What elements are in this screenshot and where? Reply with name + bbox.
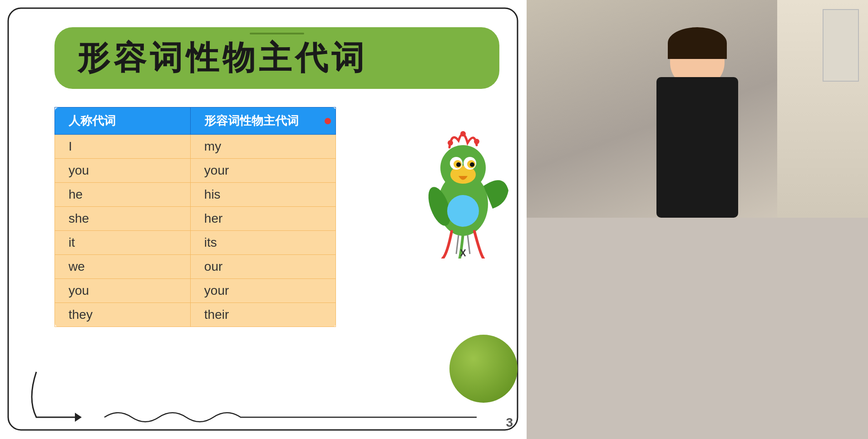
pronoun-cell: it bbox=[55, 231, 191, 255]
pronoun-cell: I bbox=[55, 135, 191, 159]
possessive-cell: their bbox=[190, 303, 335, 327]
pronoun-cell: we bbox=[55, 255, 191, 279]
svg-line-17 bbox=[468, 235, 470, 254]
title-banner: 形容词性物主代词 bbox=[54, 27, 499, 89]
col1-header: 人称代词 bbox=[55, 107, 191, 135]
teacher-silhouette bbox=[629, 27, 765, 218]
table-row: it its bbox=[55, 231, 336, 255]
table-body: I my you your he his she her it its we o… bbox=[55, 135, 336, 327]
slide-area: 形容词性物主代词 人称代词 形容词性物主代词 bbox=[0, 0, 527, 439]
svg-point-13 bbox=[474, 139, 479, 144]
pronoun-cell: she bbox=[55, 207, 191, 231]
possessive-cell: my bbox=[190, 135, 335, 159]
possessive-cell: its bbox=[190, 231, 335, 255]
video-bottom-area bbox=[527, 218, 868, 439]
teacher-video bbox=[527, 0, 868, 218]
possessive-cell: her bbox=[190, 207, 335, 231]
svg-point-9 bbox=[456, 162, 461, 167]
pronoun-cell: you bbox=[55, 159, 191, 183]
slide-title: 形容词性物主代词 bbox=[77, 39, 368, 76]
possessive-cell: our bbox=[190, 255, 335, 279]
pronoun-cell: you bbox=[55, 279, 191, 303]
svg-line-16 bbox=[456, 235, 459, 254]
pronoun-cell: they bbox=[55, 303, 191, 327]
page-number: 3 bbox=[506, 415, 513, 430]
possessive-cell: your bbox=[190, 279, 335, 303]
video-panel bbox=[527, 0, 868, 439]
table-row: I my bbox=[55, 135, 336, 159]
parrot-svg bbox=[413, 113, 513, 259]
svg-marker-1 bbox=[75, 413, 82, 422]
table-row: she her bbox=[55, 207, 336, 231]
svg-point-11 bbox=[448, 140, 453, 146]
possessive-cell: his bbox=[190, 183, 335, 207]
table-row: you your bbox=[55, 159, 336, 183]
pronoun-cell: he bbox=[55, 183, 191, 207]
svg-point-15 bbox=[447, 195, 479, 227]
table-row: you your bbox=[55, 279, 336, 303]
table-header-row: 人称代词 形容词性物主代词 bbox=[55, 107, 336, 135]
svg-point-12 bbox=[460, 131, 466, 137]
possessive-cell: your bbox=[190, 159, 335, 183]
table-row: they their bbox=[55, 303, 336, 327]
col2-header: 形容词性物主代词 bbox=[190, 107, 335, 135]
table-row: we our bbox=[55, 255, 336, 279]
green-ball bbox=[449, 335, 518, 403]
red-dot-marker bbox=[325, 118, 331, 124]
parrot-character bbox=[413, 113, 513, 259]
table-row: he his bbox=[55, 183, 336, 207]
pronoun-table: 人称代词 形容词性物主代词 I my you your he his sh bbox=[54, 107, 336, 327]
svg-point-10 bbox=[470, 162, 474, 167]
